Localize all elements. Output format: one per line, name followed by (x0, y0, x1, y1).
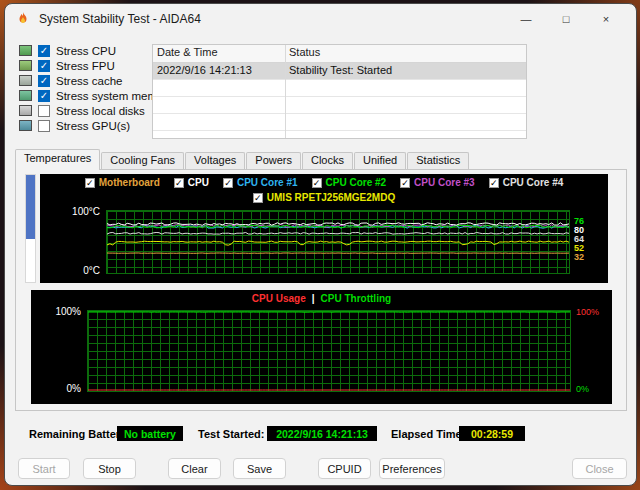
legend-umis-ssd-checkbox[interactable]: ✓ (253, 193, 263, 203)
stress-gpu-row[interactable]: Stress GPU(s) (19, 119, 173, 132)
legend-umis-ssd[interactable]: ✓ UMIS RPETJ256MGE2MDQ (253, 192, 395, 203)
column-header-datetime[interactable]: Date & Time (153, 45, 285, 62)
title-separator: | (312, 293, 315, 304)
temp-axis-top-label: 100°C (40, 206, 100, 217)
tab-panel: ✓ Motherboard ✓ CPU ✓ CPU Core #1 ✓ CPU … (15, 169, 627, 411)
start-button[interactable]: Start (18, 458, 70, 479)
cpuid-button[interactable]: CPUID (318, 458, 371, 479)
usage-right-top-label: 100% (576, 307, 599, 317)
stress-cpu-label: Stress CPU (56, 45, 116, 57)
cpu-icon (19, 45, 32, 56)
disk-icon (19, 105, 32, 116)
battery-value-box: No battery (117, 426, 183, 441)
gpu-icon (19, 120, 32, 131)
tab-cooling-fans[interactable]: Cooling Fans (101, 152, 184, 169)
temp-value-motherboard: 32 (574, 252, 584, 262)
table-row-empty (153, 97, 526, 114)
cell-datetime: 2022/9/16 14:21:13 (153, 63, 285, 79)
stress-fpu-row[interactable]: ✓ Stress FPU (19, 59, 173, 72)
stress-fpu-label: Stress FPU (56, 60, 115, 72)
window-controls: — □ × (506, 13, 626, 25)
cpu-usage-title: CPU Usage | CPU Throttling (31, 293, 612, 304)
event-log-table: Date & Time Status 2022/9/16 14:21:13 St… (152, 44, 527, 139)
test-started-value-box: 2022/9/16 14:21:13 (267, 426, 377, 441)
fpu-icon (19, 60, 32, 71)
cell-status: Stability Test: Started (285, 63, 396, 79)
tab-statistics[interactable]: Statistics (407, 152, 469, 169)
graph-scrollbar-track[interactable] (25, 174, 36, 283)
tab-strip: Temperatures Cooling Fans Voltages Power… (15, 151, 470, 169)
stress-cache-label: Stress cache (56, 75, 122, 87)
table-row[interactable]: 2022/9/16 14:21:13 Stability Test: Start… (153, 63, 526, 80)
maximize-button[interactable]: □ (546, 13, 586, 25)
table-row-empty (153, 114, 526, 131)
stress-options-list: ✓ Stress CPU ✓ Stress FPU ✓ Stress cache… (19, 44, 173, 132)
elapsed-time-label: Elapsed Time: (391, 428, 465, 440)
clear-button[interactable]: Clear (168, 458, 221, 479)
tab-unified[interactable]: Unified (354, 152, 406, 169)
stress-disks-checkbox[interactable] (38, 105, 50, 117)
save-button[interactable]: Save (233, 458, 286, 479)
usage-right-bottom-label: 0% (576, 384, 589, 394)
stress-cache-row[interactable]: ✓ Stress cache (19, 74, 173, 87)
column-header-status[interactable]: Status (285, 45, 324, 62)
usage-axis-bottom-label: 0% (31, 383, 81, 394)
legend-cpu[interactable]: ✓ CPU (174, 177, 209, 188)
test-started-value: 2022/9/16 14:21:13 (276, 428, 368, 440)
stress-gpu-label: Stress GPU(s) (56, 120, 130, 132)
legend-cpu-core-3[interactable]: ✓ CPU Core #3 (400, 177, 475, 188)
legend-motherboard[interactable]: ✓ Motherboard (85, 177, 160, 188)
legend-cpu-core-2-checkbox[interactable]: ✓ (312, 178, 322, 188)
legend-cpu-core-1[interactable]: ✓ CPU Core #1 (223, 177, 298, 188)
titlebar[interactable]: System Stability Test - AIDA64 — □ × (5, 4, 636, 34)
remaining-battery-label: Remaining Battery: (29, 428, 130, 440)
legend-cpu-core-4[interactable]: ✓ CPU Core #4 (489, 177, 564, 188)
memory-icon (19, 90, 32, 101)
table-header: Date & Time Status (153, 45, 526, 63)
close-window-button[interactable]: × (586, 13, 626, 25)
temperature-plot-area (106, 210, 570, 274)
stress-memory-checkbox[interactable]: ✓ (38, 90, 50, 102)
graph-scrollbar-thumb[interactable] (26, 175, 35, 239)
app-window: System Stability Test - AIDA64 — □ × ✓ S… (4, 3, 637, 486)
tab-temperatures[interactable]: Temperatures (15, 149, 100, 170)
stress-disks-row[interactable]: Stress local disks (19, 104, 173, 117)
stress-memory-row[interactable]: ✓ Stress system memory (19, 89, 173, 102)
stop-button[interactable]: Stop (83, 458, 136, 479)
legend-cpu-core-1-checkbox[interactable]: ✓ (223, 178, 233, 188)
temperature-graph: ✓ Motherboard ✓ CPU ✓ CPU Core #1 ✓ CPU … (40, 174, 608, 283)
cpu-usage-graph: CPU Usage | CPU Throttling 100% 0% 100% … (31, 290, 612, 404)
preferences-button[interactable]: Preferences (379, 458, 445, 479)
legend-motherboard-checkbox[interactable]: ✓ (85, 178, 95, 188)
window-title: System Stability Test - AIDA64 (39, 12, 201, 26)
elapsed-time-value: 00:28:59 (471, 428, 513, 440)
legend-cpu-core-3-checkbox[interactable]: ✓ (400, 178, 410, 188)
cpu-throttling-label: CPU Throttling (321, 293, 392, 304)
minimize-button[interactable]: — (506, 13, 546, 25)
cache-icon (19, 75, 32, 86)
temperature-legend-row-2: ✓ UMIS RPETJ256MGE2MDQ (40, 192, 608, 203)
cpu-usage-label: CPU Usage (252, 293, 306, 304)
tab-clocks[interactable]: Clocks (302, 152, 353, 169)
stress-fpu-checkbox[interactable]: ✓ (38, 60, 50, 72)
app-icon (15, 11, 31, 27)
test-started-label: Test Started: (198, 428, 264, 440)
elapsed-time-value-box: 00:28:59 (459, 426, 525, 441)
legend-cpu-core-4-checkbox[interactable]: ✓ (489, 178, 499, 188)
usage-axis-top-label: 100% (31, 306, 81, 317)
stress-cache-checkbox[interactable]: ✓ (38, 75, 50, 87)
legend-cpu-checkbox[interactable]: ✓ (174, 178, 184, 188)
battery-value: No battery (124, 428, 176, 440)
stress-gpu-checkbox[interactable] (38, 120, 50, 132)
stress-cpu-row[interactable]: ✓ Stress CPU (19, 44, 173, 57)
stress-cpu-checkbox[interactable]: ✓ (38, 45, 50, 57)
table-row-empty (153, 80, 526, 97)
temperature-legend-row-1: ✓ Motherboard ✓ CPU ✓ CPU Core #1 ✓ CPU … (40, 177, 608, 188)
table-column-divider (285, 45, 286, 138)
close-button[interactable]: Close (572, 458, 627, 479)
legend-cpu-core-2[interactable]: ✓ CPU Core #2 (312, 177, 387, 188)
temp-axis-bottom-label: 0°C (40, 265, 100, 276)
tab-powers[interactable]: Powers (246, 152, 301, 169)
cpu-usage-plot-area (87, 310, 571, 392)
tab-voltages[interactable]: Voltages (185, 152, 245, 169)
